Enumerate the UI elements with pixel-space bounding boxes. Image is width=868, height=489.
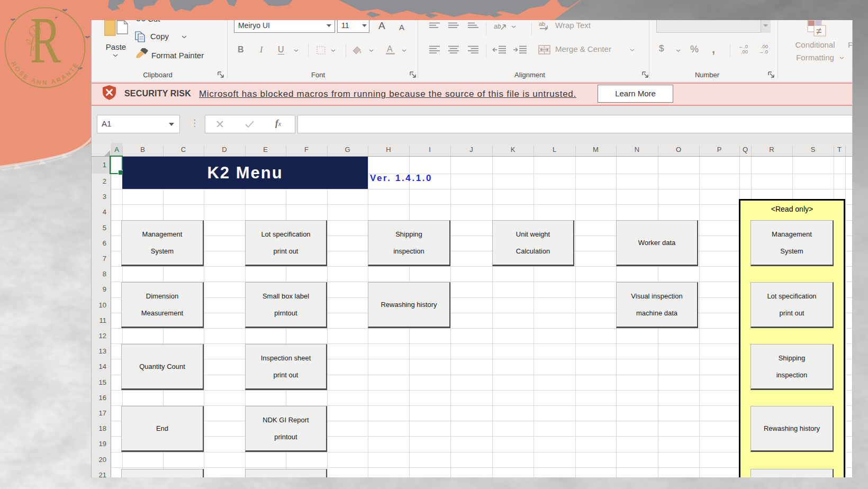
svg-text:ab: ab — [494, 23, 501, 30]
svg-text:≠: ≠ — [816, 25, 821, 37]
svg-text:ab: ab — [539, 21, 545, 27]
svg-text:R: R — [30, 4, 61, 76]
